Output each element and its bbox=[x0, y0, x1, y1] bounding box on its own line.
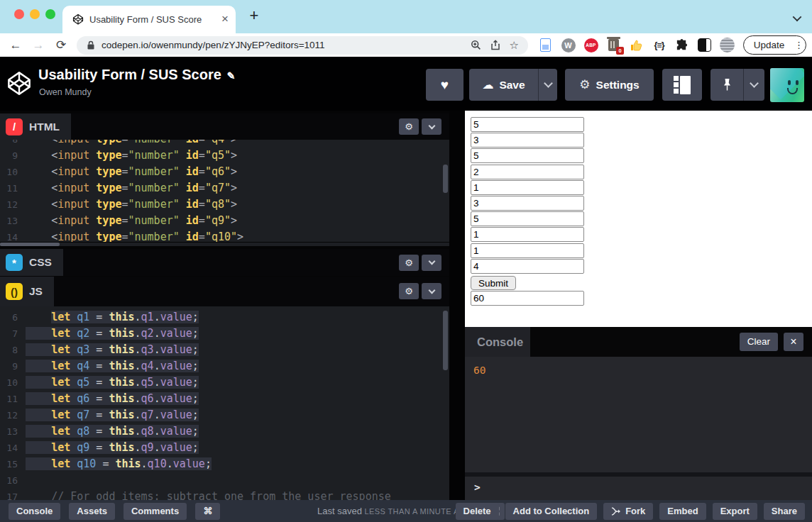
code-line[interactable]: 17 // For odd items: subtract one from t… bbox=[0, 489, 449, 500]
preview-number-input[interactable] bbox=[471, 180, 584, 195]
submit-button[interactable]: Submit bbox=[471, 276, 516, 290]
tab-close-icon[interactable]: × bbox=[221, 6, 229, 32]
code-line[interactable]: 6 let q1 = this.q1.value; bbox=[0, 309, 449, 326]
preview-number-input[interactable] bbox=[471, 165, 584, 179]
preview-number-input[interactable] bbox=[471, 148, 584, 163]
code-line[interactable]: 7 let q2 = this.q2.value; bbox=[0, 326, 449, 342]
footer--button[interactable]: ⌘ bbox=[195, 503, 220, 520]
html-tab[interactable]: / HTML bbox=[0, 113, 71, 140]
change-view-button[interactable] bbox=[662, 69, 702, 101]
html-settings-button[interactable]: ⚙ bbox=[399, 118, 419, 135]
console-tab[interactable]: Console bbox=[465, 327, 530, 357]
footer-export-button[interactable]: Export bbox=[713, 503, 757, 520]
pin-button[interactable] bbox=[710, 69, 743, 101]
js-settings-button[interactable]: ⚙ bbox=[399, 283, 419, 299]
browser-update-button[interactable]: Update ⋮ bbox=[743, 35, 806, 55]
html-collapse-button[interactable] bbox=[422, 118, 441, 135]
save-dropdown-button[interactable] bbox=[539, 69, 557, 101]
browser-tab[interactable]: Usability Form / SUS Score × bbox=[62, 6, 236, 33]
preview-number-input[interactable] bbox=[471, 133, 584, 148]
result-input[interactable] bbox=[471, 291, 584, 306]
archive-extension-icon[interactable]: 0 bbox=[606, 38, 621, 52]
js-vertical-scrollbar[interactable] bbox=[443, 311, 448, 370]
preview-number-input[interactable] bbox=[471, 227, 584, 242]
code-token bbox=[89, 214, 96, 227]
tab-strip-chevron-icon[interactable] bbox=[793, 13, 802, 22]
js-tab[interactable]: () JS bbox=[0, 277, 54, 306]
new-tab-button[interactable]: + bbox=[244, 5, 264, 26]
reload-button[interactable]: ⟳ bbox=[53, 33, 70, 57]
user-avatar[interactable] bbox=[770, 68, 804, 102]
code-line[interactable]: 14 <input type="number" id="q10"> bbox=[0, 229, 449, 242]
code-line[interactable]: 12 <input type="number" id="q8"> bbox=[0, 196, 449, 213]
footer-share-button[interactable]: Share bbox=[764, 503, 805, 520]
preview-number-input[interactable] bbox=[471, 117, 584, 132]
js-collapse-button[interactable] bbox=[422, 283, 441, 299]
code-line[interactable]: 9 let q4 = this.q4.value; bbox=[0, 358, 449, 374]
console-close-button[interactable]: × bbox=[784, 333, 803, 351]
minimize-window-button[interactable] bbox=[30, 9, 40, 19]
wayback-extension-icon[interactable]: W bbox=[561, 38, 576, 52]
footer-add-to-collection-button[interactable]: Add to Collection bbox=[505, 503, 598, 520]
code-line[interactable]: 8 let q3 = this.q3.value; bbox=[0, 342, 449, 358]
html-vertical-scrollbar[interactable] bbox=[443, 165, 448, 193]
code-line[interactable]: 13 <input type="number" id="q9"> bbox=[0, 213, 449, 229]
code-line[interactable]: 14 let q9 = this.q9.value; bbox=[0, 440, 449, 456]
close-window-button[interactable] bbox=[14, 9, 24, 19]
code-line[interactable]: 16 bbox=[0, 472, 449, 489]
settings-button[interactable]: ⚙Settings bbox=[565, 69, 654, 101]
save-button[interactable]: ☁Save bbox=[469, 69, 538, 101]
footer-console-button[interactable]: Console bbox=[9, 503, 60, 520]
pin-dropdown-button[interactable] bbox=[744, 69, 764, 101]
console-prompt[interactable]: > bbox=[465, 477, 812, 500]
html-editor[interactable]: 8 <input type="number" id="q4">9 <input … bbox=[0, 140, 449, 242]
footer-assets-button[interactable]: Assets bbox=[69, 503, 115, 520]
code-line[interactable]: 13 let q8 = this.q8.value; bbox=[0, 423, 449, 440]
code-token: . bbox=[135, 311, 141, 323]
js-editor[interactable]: 6 let q1 = this.q1.value;7 let q2 = this… bbox=[0, 306, 449, 500]
profile-avatar-icon[interactable] bbox=[720, 38, 735, 52]
preview-number-input[interactable] bbox=[471, 243, 584, 258]
braces-extension-icon[interactable]: {≡} bbox=[652, 38, 666, 52]
preview-number-input[interactable] bbox=[471, 196, 584, 211]
codepen-logo-icon[interactable] bbox=[6, 70, 32, 96]
thumbs-up-extension-icon[interactable] bbox=[629, 38, 644, 52]
css-collapse-button[interactable] bbox=[422, 255, 441, 271]
code-line[interactable]: 8 <input type="number" id="q4"> bbox=[0, 140, 449, 148]
code-token: = bbox=[121, 149, 128, 162]
code-line[interactable]: 10 let q5 = this.q5.value; bbox=[0, 374, 449, 391]
code-token: "number" bbox=[128, 231, 180, 242]
adblock-plus-extension-icon[interactable]: ABP bbox=[583, 38, 598, 52]
preview-number-input[interactable] bbox=[471, 259, 584, 274]
code-line[interactable]: 15 let q10 = this.q10.value; bbox=[0, 456, 449, 472]
code-token: "number" bbox=[128, 149, 180, 162]
document-extension-icon[interactable] bbox=[538, 38, 553, 52]
console-clear-button[interactable]: Clear bbox=[740, 333, 778, 351]
edit-title-icon[interactable]: ✎ bbox=[227, 70, 236, 82]
lock-icon[interactable] bbox=[87, 40, 95, 50]
code-line[interactable]: 11 let q6 = this.q6.value; bbox=[0, 391, 449, 407]
footer-delete-button[interactable]: Delete bbox=[456, 503, 499, 520]
address-bar[interactable]: codepen.io/owenmundy/pen/zYJNyEP?editors… bbox=[77, 36, 528, 55]
code-line[interactable]: 10 <input type="number" id="q6"> bbox=[0, 164, 449, 180]
code-line[interactable]: 12 let q7 = this.q7.value; bbox=[0, 407, 449, 423]
puzzle-extensions-icon[interactable] bbox=[674, 38, 689, 52]
share-icon[interactable] bbox=[490, 40, 500, 50]
editor-preview-divider[interactable] bbox=[449, 111, 465, 500]
code-line[interactable]: 11 <input type="number" id="q7"> bbox=[0, 180, 449, 196]
back-button[interactable]: ← bbox=[7, 33, 24, 57]
browser-menu-icon[interactable]: ⋮ bbox=[794, 40, 806, 50]
like-button[interactable]: ♥ bbox=[426, 69, 463, 101]
html-horizontal-scrollbar[interactable] bbox=[0, 243, 449, 246]
dark-mode-extension-icon[interactable] bbox=[697, 38, 712, 52]
zoom-window-button[interactable] bbox=[45, 9, 55, 19]
preview-number-input[interactable] bbox=[471, 211, 584, 226]
bookmark-star-icon[interactable]: ☆ bbox=[510, 39, 519, 52]
css-settings-button[interactable]: ⚙ bbox=[399, 255, 419, 271]
css-tab[interactable]: * CSS bbox=[0, 249, 63, 276]
zoom-page-icon[interactable] bbox=[471, 40, 481, 50]
footer-fork-button[interactable]: Fork bbox=[603, 503, 653, 520]
footer-embed-button[interactable]: Embed bbox=[659, 503, 706, 520]
code-line[interactable]: 9 <input type="number" id="q5"> bbox=[0, 148, 449, 164]
footer-comments-button[interactable]: Comments bbox=[124, 503, 187, 520]
